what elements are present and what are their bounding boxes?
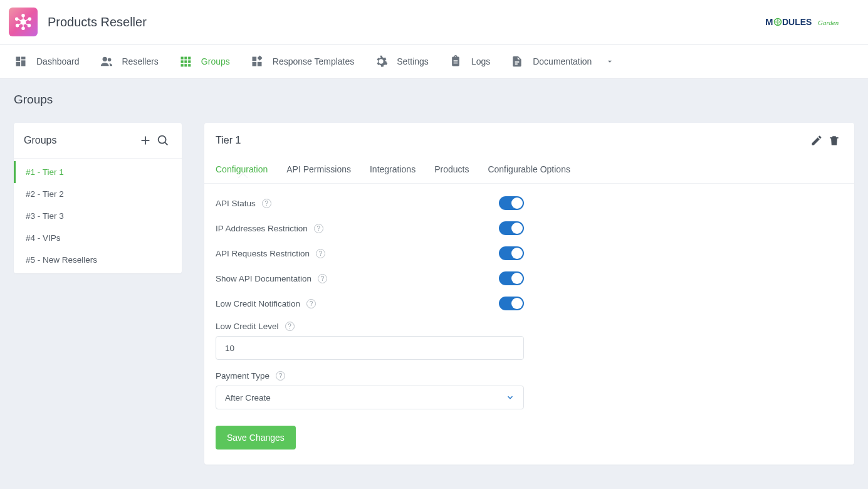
chevron-down-icon — [506, 393, 515, 402]
nav-groups[interactable]: Groups — [169, 45, 240, 78]
tab-api-permissions[interactable]: API Permissions — [286, 158, 351, 183]
svg-rect-30 — [180, 64, 183, 66]
nav-label: Settings — [397, 56, 429, 66]
svg-line-40 — [165, 142, 167, 145]
save-changes-button[interactable]: Save Changes — [216, 426, 296, 450]
label-payment-type: Payment Type — [216, 371, 269, 381]
delete-group-button[interactable] — [825, 132, 843, 149]
toggle-ip-restriction[interactable] — [499, 221, 524, 235]
row-ip-restriction: IP Addresses Restriction ? — [216, 221, 843, 235]
nav-response-templates[interactable]: Response Templates — [240, 45, 364, 78]
nav-label: Groups — [201, 56, 230, 66]
plus-icon — [139, 134, 152, 147]
gear-icon — [374, 55, 388, 68]
payment-type-select[interactable]: After Create — [216, 386, 524, 409]
main-nav: Dashboard Resellers Groups Response Temp… — [0, 45, 868, 79]
app-logo — [9, 8, 38, 36]
svg-point-4 — [28, 18, 31, 20]
help-icon[interactable]: ? — [285, 322, 295, 331]
sidebar-item-vips[interactable]: #4 - VIPs — [14, 227, 182, 249]
tab-configurable-options[interactable]: Configurable Options — [488, 158, 570, 183]
widgets-icon — [250, 55, 264, 68]
nav-resellers[interactable]: Resellers — [90, 45, 169, 78]
svg-text:Garden: Garden — [818, 19, 839, 26]
label-show-api-documentation: Show API Documentation — [216, 274, 311, 283]
nav-documentation[interactable]: Documentation — [500, 45, 624, 78]
svg-rect-24 — [180, 57, 183, 60]
grid-icon — [179, 55, 192, 68]
document-icon — [510, 55, 524, 68]
svg-point-5 — [16, 24, 19, 27]
search-groups-button[interactable] — [154, 132, 172, 149]
group-detail-card: Tier 1 Configuration API Permissions Int… — [204, 123, 854, 465]
svg-point-23 — [107, 58, 111, 62]
help-icon[interactable]: ? — [318, 274, 327, 283]
label-low-credit-notification: Low Credit Notification — [216, 299, 300, 308]
svg-rect-34 — [252, 62, 256, 66]
svg-point-0 — [21, 19, 26, 24]
group-title: Tier 1 — [216, 135, 808, 146]
low-credit-level-input[interactable] — [225, 344, 515, 353]
low-credit-level-input-wrap — [216, 336, 524, 360]
tab-products[interactable]: Products — [434, 158, 469, 183]
svg-rect-35 — [258, 62, 262, 66]
toggle-show-api-documentation[interactable] — [499, 271, 524, 285]
svg-rect-32 — [188, 64, 191, 66]
sidebar-header: Groups — [14, 123, 182, 159]
svg-point-39 — [159, 136, 166, 144]
toggle-api-requests-restriction[interactable] — [499, 246, 524, 260]
toggle-low-credit-notification[interactable] — [499, 297, 524, 310]
label-ip-restriction: IP Addresses Restriction — [216, 224, 308, 233]
svg-rect-33 — [252, 57, 256, 61]
page-content: Groups Groups #1 - Tier 1 #2 - Tier 2 #3… — [0, 79, 868, 483]
help-icon[interactable]: ? — [314, 224, 323, 233]
nav-dashboard[interactable]: Dashboard — [4, 45, 90, 78]
label-api-status: API Status — [216, 199, 256, 208]
svg-rect-20 — [21, 60, 26, 66]
page-title: Groups — [14, 93, 854, 107]
app-header: Products Reseller M DULES Garden — [0, 0, 868, 45]
people-icon — [100, 55, 113, 68]
sidebar-list: #1 - Tier 1 #2 - Tier 2 #3 - Tier 3 #4 -… — [14, 159, 182, 273]
low-credit-level-label-row: Low Credit Level ? — [216, 322, 843, 331]
nav-label: Logs — [471, 56, 490, 66]
svg-rect-28 — [184, 60, 187, 63]
group-tabs: Configuration API Permissions Integratio… — [204, 158, 854, 184]
tab-integrations[interactable]: Integrations — [370, 158, 416, 183]
help-icon[interactable]: ? — [306, 299, 316, 308]
svg-rect-27 — [180, 60, 183, 63]
help-icon[interactable]: ? — [276, 371, 285, 381]
svg-point-6 — [28, 24, 30, 27]
sidebar-item-tier2[interactable]: #2 - Tier 2 — [14, 183, 182, 205]
toggle-api-status[interactable] — [499, 196, 524, 210]
edit-group-button[interactable] — [808, 132, 825, 149]
row-api-status: API Status ? — [216, 196, 843, 210]
nav-label: Documentation — [533, 56, 592, 66]
chevron-down-icon — [605, 57, 614, 66]
help-icon[interactable]: ? — [316, 249, 325, 258]
sidebar-item-new-resellers[interactable]: #5 - New Resellers — [14, 249, 182, 271]
svg-rect-25 — [184, 57, 187, 60]
nav-settings[interactable]: Settings — [364, 45, 439, 78]
svg-point-22 — [102, 57, 107, 61]
sidebar-item-tier1[interactable]: #1 - Tier 1 — [14, 161, 182, 183]
search-icon — [156, 134, 170, 147]
clipboard-icon — [449, 55, 463, 68]
trash-icon — [828, 134, 840, 147]
svg-rect-31 — [184, 64, 187, 66]
group-detail-header: Tier 1 — [204, 123, 854, 158]
configuration-form: API Status ? IP Addresses Restriction ? … — [204, 184, 854, 465]
nav-label: Response Templates — [273, 56, 354, 66]
svg-rect-18 — [16, 57, 21, 61]
nav-logs[interactable]: Logs — [439, 45, 500, 78]
svg-point-3 — [16, 18, 18, 20]
help-icon[interactable]: ? — [262, 199, 271, 208]
add-group-button[interactable] — [137, 132, 154, 149]
dashboard-icon — [14, 55, 28, 68]
payment-type-label-row: Payment Type ? — [216, 371, 843, 381]
app-title: Products Reseller — [48, 15, 765, 29]
tab-configuration[interactable]: Configuration — [216, 158, 268, 183]
svg-point-1 — [22, 14, 24, 17]
sidebar-item-tier3[interactable]: #3 - Tier 3 — [14, 205, 182, 227]
svg-point-2 — [22, 27, 24, 29]
